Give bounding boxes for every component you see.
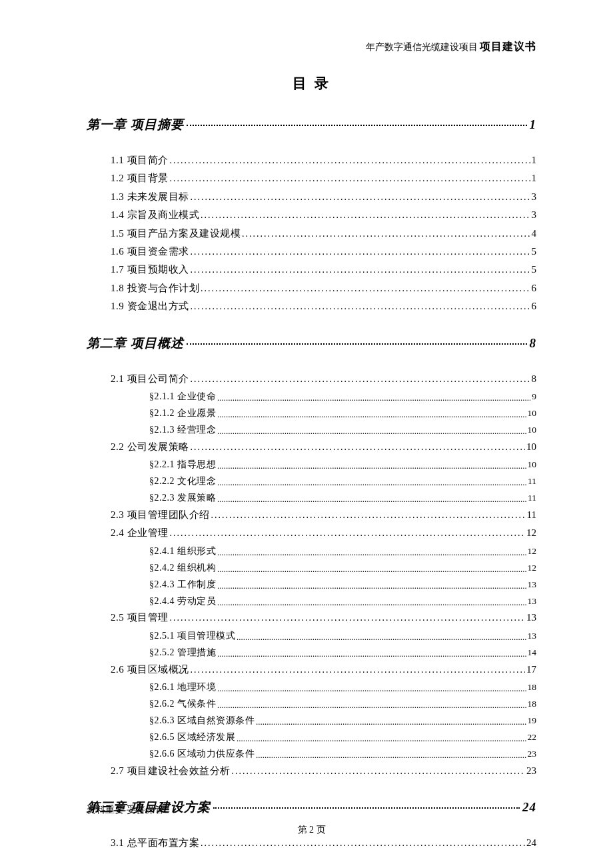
toc-section-row: 2.1 项目公司简介8 xyxy=(111,371,536,387)
toc-subsection-label: §2.4.3 工作制度 xyxy=(149,577,216,593)
toc-dots xyxy=(201,836,525,851)
toc-chapter-label: 第一章 项目摘要 xyxy=(87,116,184,133)
toc-dots xyxy=(232,764,526,779)
toc-subsection-label: §2.6.1 地理环境 xyxy=(149,679,216,695)
toc-subsection-page: 18 xyxy=(528,697,537,712)
toc-subsection-label: §2.2.3 发展策略 xyxy=(149,490,216,506)
toc-subsection-label: §2.1.3 经营理念 xyxy=(149,422,216,438)
toc-subsection-row: §2.1.2 企业愿景10 xyxy=(149,405,536,421)
toc-subsection-page: 9 xyxy=(532,389,536,405)
toc-section-row: 1.8 投资与合作计划6 xyxy=(111,280,536,296)
toc-dots xyxy=(217,391,530,405)
toc-chapter-row: 第二章 项目概述8 xyxy=(87,335,536,352)
toc-subsection-label: §2.5.2 管理措施 xyxy=(149,645,216,661)
toc-dots xyxy=(217,545,526,560)
toc-dots xyxy=(191,245,530,259)
toc-subsection-label: §2.4.4 劳动定员 xyxy=(149,593,216,609)
toc-section-label: 1.7 项目预期收入 xyxy=(111,261,189,277)
toc-subsection-row: §2.2.1 指导思想10 xyxy=(149,457,536,473)
toc-dots xyxy=(256,748,526,763)
toc-subsection-page: 11 xyxy=(528,474,536,489)
toc-section-label: 2.2 公司发展策略 xyxy=(111,439,189,455)
toc-section-page: 12 xyxy=(526,525,536,541)
footer-page-number: 第 2 页 xyxy=(87,824,536,836)
toc-section-page: 10 xyxy=(526,439,536,455)
toc-dots xyxy=(217,492,526,507)
toc-section-block: 2.1 项目公司简介8§2.1.1 企业使命9§2.1.2 企业愿景10§2.1… xyxy=(87,371,536,779)
toc-section-label: 3.1 总平面布置方案 xyxy=(111,835,199,851)
toc-section-row: 2.7 项目建设社会效益分析23 xyxy=(111,763,536,779)
toc-dots xyxy=(217,562,526,577)
toc-dots xyxy=(217,681,526,696)
toc-subsection-row: §2.4.2 组织机构12 xyxy=(149,560,536,576)
toc-dots xyxy=(201,208,530,223)
toc-subsection-row: §2.4.1 组织形式12 xyxy=(149,543,536,559)
toc-dots xyxy=(237,731,526,746)
toc-subsection-row: §2.1.3 经营理念10 xyxy=(149,422,536,438)
toc-subsection-label: §2.4.2 组织机构 xyxy=(149,560,216,576)
toc-section-row: 1.5 项目产品方案及建设规模4 xyxy=(111,225,536,241)
toc-dots xyxy=(187,125,527,126)
toc-section-row: 1.9 资金退出方式6 xyxy=(111,298,536,314)
toc-section-row: 2.6 项目区域概况17 xyxy=(111,661,536,677)
toc-section-row: 1.7 项目预期收入5 xyxy=(111,261,536,277)
toc-section-page: 3 xyxy=(532,207,537,223)
toc-section-page: 11 xyxy=(527,507,536,523)
toc-dots xyxy=(237,630,526,645)
toc-section-label: 2.7 项目建设社会效益分析 xyxy=(111,763,231,779)
toc-title: 目 录 xyxy=(87,74,536,93)
toc-subsection-page: 13 xyxy=(528,629,537,644)
toc-dots xyxy=(217,407,526,422)
toc-dots xyxy=(217,595,526,610)
toc-subsection-row: §2.6.6 区域动力供应条件23 xyxy=(149,746,536,762)
toc-subsection-row: §2.1.1 企业使命9 xyxy=(149,389,536,405)
toc-subsection-label: §2.5.1 项目管理模式 xyxy=(149,628,235,644)
toc-subsection-label: §2.6.3 区域自然资源条件 xyxy=(149,713,255,729)
toc-section-label: 1.8 投资与合作计划 xyxy=(111,280,199,296)
toc-section-label: 1.2 项目背景 xyxy=(111,170,169,186)
toc-section-page: 8 xyxy=(532,371,537,387)
toc-subsection-label: §2.2.2 文化理念 xyxy=(149,473,216,489)
toc-chapter-page: 1 xyxy=(530,117,537,132)
toc-section-row: 3.1 总平面布置方案24 xyxy=(111,835,536,851)
header-light-text: 年产数字通信光缆建设项目 xyxy=(366,42,480,52)
toc-subsection-label: §2.6.2 气候条件 xyxy=(149,696,216,712)
toc-section-row: 1.2 项目背景1 xyxy=(111,170,536,186)
toc-section-page: 6 xyxy=(532,280,537,296)
toc-subsection-page: 10 xyxy=(528,406,537,421)
toc-section-page: 1 xyxy=(532,152,537,168)
toc-section-label: 2.1 项目公司简介 xyxy=(111,371,189,387)
toc-section-label: 2.6 项目区域概况 xyxy=(111,661,189,677)
toc-subsection-row: §2.4.4 劳动定员13 xyxy=(149,593,536,609)
toc-section-row: 2.2 公司发展策略10 xyxy=(111,439,536,455)
toc-subsection-page: 10 xyxy=(528,457,537,473)
toc-dots xyxy=(191,190,530,205)
toc-subsection-row: §2.4.3 工作制度13 xyxy=(149,577,536,593)
document-footer: 资料重要 妥善保管 第 2 页 xyxy=(87,804,536,836)
toc-section-page: 3 xyxy=(532,189,537,205)
toc-dots xyxy=(256,715,526,729)
toc-subsection-label: §2.1.2 企业愿景 xyxy=(149,405,216,421)
toc-dots xyxy=(170,153,530,168)
toc-dots xyxy=(217,579,526,593)
toc-section-block: 3.1 总平面布置方案24 xyxy=(87,835,536,851)
toc-dots xyxy=(217,459,526,473)
toc-section-row: 2.4 企业管理12 xyxy=(111,525,536,541)
toc-subsection-page: 12 xyxy=(528,544,537,559)
toc-section-page: 24 xyxy=(526,835,536,851)
toc-subsection-page: 18 xyxy=(528,680,537,695)
toc-section-row: 2.5 项目管理13 xyxy=(111,609,536,625)
toc-section-label: 1.4 宗旨及商业模式 xyxy=(111,207,199,223)
toc-dots xyxy=(217,424,526,439)
toc-section-label: 2.5 项目管理 xyxy=(111,609,169,625)
toc-subsection-row: §2.2.2 文化理念11 xyxy=(149,473,536,489)
toc-dots xyxy=(217,647,526,661)
toc-subsection-label: §2.2.1 指导思想 xyxy=(149,457,216,473)
toc-dots xyxy=(211,508,526,523)
toc-section-label: 1.5 项目产品方案及建设规模 xyxy=(111,225,241,241)
toc-subsection-page: 10 xyxy=(528,423,537,438)
toc-dots xyxy=(170,526,526,541)
footer-note: 资料重要 妥善保管 xyxy=(87,804,536,816)
toc-dots xyxy=(187,343,527,345)
toc-subsection-label: §2.4.1 组织形式 xyxy=(149,543,216,559)
